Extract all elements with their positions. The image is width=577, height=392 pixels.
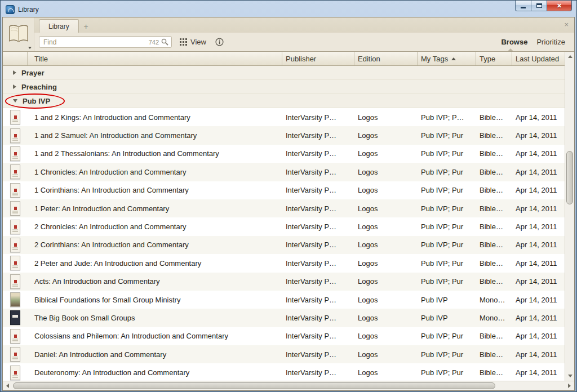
column-header-row: Title Publisher Edition My Tags Type Las…	[3, 52, 574, 66]
table-row[interactable]: Colossians and Philemon: An Introduction…	[3, 327, 574, 345]
group-row-pub-ivp[interactable]: Pub IVP	[3, 94, 574, 108]
book-cover-thumbnail	[10, 110, 20, 124]
row-tags: Pub IVP	[418, 309, 476, 327]
book-cover-thumbnail	[10, 183, 20, 198]
find-box[interactable]: 742	[39, 36, 172, 48]
row-title: 1 and 2 Samuel: An Introduction and Comm…	[28, 126, 282, 144]
column-header-mytags[interactable]: My Tags	[418, 52, 476, 65]
row-title: Deuteronomy: An Introduction and Comment…	[28, 363, 282, 381]
toolbar: 742 View	[34, 33, 574, 51]
row-type: Bible…	[476, 236, 512, 254]
triangle-up-icon	[568, 55, 572, 58]
row-title: Daniel: An Introduction and Commentary	[28, 345, 282, 363]
row-edition: Logos	[354, 363, 418, 381]
row-title: 1 and 2 Thessalonians: An Introduction a…	[28, 145, 282, 163]
row-type: Bible…	[476, 363, 512, 381]
view-button[interactable]: View	[180, 38, 206, 46]
maximize-icon	[536, 3, 542, 8]
tab-label: Library	[48, 23, 69, 30]
row-tags: Pub IVP; Pur	[418, 145, 476, 163]
table-row[interactable]: 2 Peter and Jude: An Introduction and Co…	[3, 254, 574, 272]
row-title: 1 Chronicles: An Introduction and Commen…	[28, 163, 282, 181]
horizontal-scrollbar-thumb[interactable]	[13, 382, 495, 389]
tab-strip: Library + ×	[34, 17, 574, 33]
row-title: 1 Peter: An Introduction and Commentary	[28, 199, 282, 217]
row-tags: Pub IVP; Pur	[418, 199, 476, 217]
book-cover-thumbnail	[10, 274, 20, 289]
group-label: Preaching	[21, 83, 57, 91]
vertical-scrollbar-thumb[interactable]	[566, 151, 573, 204]
table-row[interactable]: 1 and 2 Thessalonians: An Introduction a…	[3, 145, 574, 163]
table-row[interactable]: 1 Peter: An Introduction and Commentary …	[3, 199, 574, 217]
title-bar: Library ✕	[2, 2, 575, 17]
info-button[interactable]	[215, 38, 224, 46]
find-input[interactable]	[43, 38, 149, 46]
row-title: 1 and 2 Kings: An Introduction and Comme…	[28, 108, 282, 126]
column-header-icon[interactable]	[3, 52, 28, 65]
scroll-down-button[interactable]	[565, 371, 574, 381]
table-row[interactable]: 1 Corinthians: An Introduction and Comme…	[3, 181, 574, 199]
tab-library[interactable]: Library	[39, 19, 79, 33]
minimize-icon	[521, 7, 526, 8]
book-cover-thumbnail	[10, 366, 20, 380]
table-row[interactable]: 2 Corinthians: An Introduction and Comme…	[3, 236, 574, 254]
column-header-title[interactable]: Title	[28, 52, 282, 65]
column-header-type[interactable]: Type	[476, 52, 512, 65]
maximize-button[interactable]	[531, 1, 547, 11]
book-cover-thumbnail	[10, 310, 20, 325]
row-publisher: InterVarsity P…	[282, 217, 354, 235]
table-row[interactable]: Deuteronomy: An Introduction and Comment…	[3, 363, 574, 381]
browse-button[interactable]: Browse	[501, 38, 527, 46]
book-cover-thumbnail	[10, 164, 20, 179]
close-icon: ✕	[557, 3, 562, 9]
row-publisher: InterVarsity P…	[282, 273, 354, 291]
row-publisher: InterVarsity P…	[282, 345, 354, 363]
app-icon	[6, 5, 15, 14]
table-row[interactable]: The Big Book on Small Groups InterVarsit…	[3, 309, 574, 327]
row-tags: Pub IVP; Pur	[418, 236, 476, 254]
table-row[interactable]: 1 Chronicles: An Introduction and Commen…	[3, 163, 574, 181]
row-tags: Pub IVP	[418, 291, 476, 309]
row-type: Bible…	[476, 108, 512, 126]
collapsed-arrow-icon	[13, 84, 16, 89]
prioritize-button[interactable]: Prioritize	[536, 38, 565, 46]
row-type: Bible…	[476, 145, 512, 163]
group-label: Pub IVP	[23, 97, 50, 105]
scroll-right-button[interactable]	[565, 381, 574, 390]
table-row[interactable]: Biblical Foundations for Small Group Min…	[3, 291, 574, 309]
app-frame: Library + × 742	[2, 17, 575, 391]
book-cover-thumbnail	[10, 256, 20, 270]
group-row-prayer[interactable]: Prayer	[3, 66, 574, 80]
row-type: Bible…	[476, 163, 512, 181]
row-title: Biblical Foundations for Small Group Min…	[28, 291, 282, 309]
row-title: 1 Corinthians: An Introduction and Comme…	[28, 181, 282, 199]
scroll-left-button[interactable]	[3, 381, 12, 390]
row-type: Bible…	[476, 126, 512, 144]
group-row-preaching[interactable]: Preaching	[3, 80, 574, 94]
scroll-up-button[interactable]	[565, 52, 574, 61]
horizontal-scrollbar[interactable]	[3, 381, 574, 390]
column-header-publisher[interactable]: Publisher	[282, 52, 354, 65]
grid-icon	[180, 38, 187, 46]
table-row[interactable]: 1 and 2 Kings: An Introduction and Comme…	[3, 108, 574, 126]
table-row[interactable]: Acts: An Introduction and Commentary Int…	[3, 273, 574, 291]
row-edition: Logos	[354, 145, 418, 163]
table-row[interactable]: 2 Chronicles: An Introduction and Commen…	[3, 217, 574, 235]
row-tags: Pub IVP; Pur	[418, 273, 476, 291]
table-row[interactable]: Daniel: An Introduction and Commentary I…	[3, 345, 574, 363]
row-tags: Pub IVP; Pur	[418, 327, 476, 345]
row-tags: Pub IVP; Pur	[418, 163, 476, 181]
search-icon[interactable]	[161, 38, 168, 46]
library-menu-button[interactable]	[3, 17, 34, 51]
row-publisher: InterVarsity P…	[282, 163, 354, 181]
column-header-edition[interactable]: Edition	[354, 52, 418, 65]
vertical-scrollbar[interactable]	[565, 52, 574, 381]
close-button[interactable]: ✕	[547, 1, 572, 11]
row-title: 2 Corinthians: An Introduction and Comme…	[28, 236, 282, 254]
row-type: Bible…	[476, 273, 512, 291]
row-tags: Pub IVP; Pur	[418, 254, 476, 272]
panel-close-button[interactable]: ×	[564, 21, 569, 28]
table-row[interactable]: 1 and 2 Samuel: An Introduction and Comm…	[3, 126, 574, 144]
minimize-button[interactable]	[515, 1, 531, 11]
new-tab-button[interactable]: +	[80, 20, 92, 33]
